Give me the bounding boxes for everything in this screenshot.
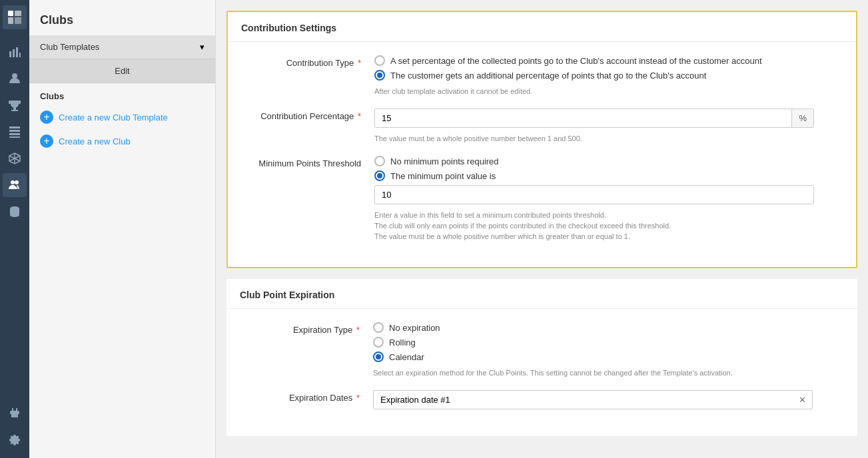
svg-point-22: [15, 180, 19, 184]
edit-button[interactable]: Edit: [29, 59, 215, 83]
expiration-dates-controls: ×: [373, 390, 844, 409]
radio-btn-no-expiration: [373, 322, 384, 333]
radio-percentage-club[interactable]: A set percentage of the collected points…: [374, 55, 843, 66]
club-point-expiration-card: Club Point Expiration Expiration Type * …: [226, 279, 857, 436]
minimum-points-row: Minimum Points Threshold No minimum poin…: [241, 156, 843, 240]
svg-rect-10: [11, 110, 18, 111]
minimum-hint-3: The value must be a whole positive numbe…: [374, 232, 843, 240]
nav-icons: [3, 40, 27, 401]
radio-btn-rolling: [373, 337, 384, 347]
app-logo[interactable]: [3, 5, 27, 29]
contribution-percentage-input[interactable]: [375, 109, 791, 127]
svg-rect-15: [9, 133, 20, 135]
create-template-label: Create a new Club Template: [59, 113, 168, 122]
radio-btn-additional-percentage: [374, 70, 385, 81]
percentage-suffix: %: [791, 109, 813, 127]
contribution-type-row: Contribution Type * A set percentage of …: [241, 55, 843, 95]
trophy-icon[interactable]: [3, 93, 27, 117]
expiration-type-hint: Select an expiration method for the Club…: [373, 369, 844, 377]
expiration-dates-label: Expiration Dates *: [240, 390, 360, 403]
svg-rect-0: [8, 11, 13, 16]
minimum-points-input[interactable]: [374, 185, 814, 204]
expiration-title: Club Point Expiration: [226, 279, 857, 309]
contribution-settings-card: Contribution Settings Contribution Type …: [226, 11, 857, 268]
radio-rolling[interactable]: Rolling: [373, 337, 844, 347]
svg-point-8: [12, 73, 17, 79]
contribution-percentage-input-wrapper: %: [374, 109, 814, 128]
contribution-type-hint: After club template activation it cannot…: [374, 87, 843, 95]
club-templates-section: Club Templates ▾ Edit: [29, 35, 215, 83]
radio-minimum-value[interactable]: The minimum point value is: [374, 170, 843, 181]
network-icon[interactable]: [3, 146, 27, 170]
sidebar: Clubs Club Templates ▾ Edit Clubs + Crea…: [29, 0, 216, 458]
svg-rect-1: [15, 11, 21, 16]
icon-bar-bottom: [3, 401, 27, 458]
settings-icon[interactable]: [3, 427, 27, 451]
icon-bar: [0, 0, 29, 458]
create-club-button[interactable]: + Create a new Club: [29, 129, 215, 153]
clubs-label: Clubs: [29, 83, 215, 105]
radio-btn-minimum-value: [374, 170, 385, 181]
svg-rect-13: [9, 126, 20, 128]
contribution-settings-title: Contribution Settings: [228, 12, 856, 42]
group-icon[interactable]: [3, 173, 27, 197]
add-club-icon: +: [40, 134, 53, 148]
radio-no-minimum[interactable]: No minimum points required: [374, 156, 843, 166]
expiration-date-input[interactable]: [374, 391, 793, 409]
svg-rect-5: [13, 49, 15, 57]
minimum-hint-1: Enter a value in this field to set a min…: [374, 211, 843, 219]
create-club-template-button[interactable]: + Create a new Club Template: [29, 105, 215, 129]
radio-btn-no-minimum: [374, 156, 385, 166]
svg-rect-16: [9, 136, 20, 138]
contribution-percentage-row: Contribution Percentage * % The value mu…: [241, 109, 843, 142]
clear-expiration-button[interactable]: ×: [793, 391, 812, 409]
svg-rect-3: [15, 17, 21, 24]
chart-icon[interactable]: [3, 40, 27, 64]
minimum-points-hints: Enter a value in this field to set a min…: [374, 208, 843, 240]
expiration-date-input-wrapper: ×: [373, 390, 813, 409]
svg-rect-12: [19, 101, 21, 104]
main-content: Contribution Settings Contribution Type …: [216, 0, 868, 458]
club-templates-dropdown[interactable]: Club Templates ▾: [29, 35, 215, 59]
expiration-body: Expiration Type * No expiration Rolling …: [226, 309, 857, 436]
contribution-percentage-label: Contribution Percentage *: [241, 109, 361, 121]
clubs-section: Clubs + Create a new Club Template + Cre…: [29, 83, 215, 153]
add-template-icon: +: [40, 111, 53, 124]
minimum-hint-2: The club will only earn points if the po…: [374, 222, 843, 230]
contribution-settings-body: Contribution Type * A set percentage of …: [228, 42, 856, 267]
expiration-type-row: Expiration Type * No expiration Rolling …: [240, 322, 844, 377]
svg-rect-11: [9, 101, 11, 104]
plugin-icon[interactable]: [3, 401, 27, 425]
svg-rect-2: [8, 17, 13, 24]
radio-calendar[interactable]: Calendar: [373, 351, 844, 362]
svg-point-21: [11, 180, 15, 184]
contribution-type-controls: A set percentage of the collected points…: [374, 55, 843, 95]
contribution-percentage-hint: The value must be a whole positive numbe…: [374, 134, 843, 142]
radio-btn-calendar: [373, 351, 384, 362]
contribution-percentage-controls: % The value must be a whole positive num…: [374, 109, 843, 142]
sidebar-header: Clubs: [29, 0, 215, 35]
expiration-type-label: Expiration Type *: [240, 322, 360, 335]
minimum-points-controls: No minimum points required The minimum p…: [374, 156, 843, 240]
contribution-type-label: Contribution Type *: [241, 55, 361, 68]
expiration-type-controls: No expiration Rolling Calendar Select an…: [373, 322, 844, 377]
svg-rect-9: [13, 108, 16, 110]
minimum-points-label: Minimum Points Threshold: [241, 156, 361, 168]
svg-rect-7: [19, 53, 21, 57]
table-icon[interactable]: [3, 120, 27, 144]
radio-no-expiration[interactable]: No expiration: [373, 322, 844, 333]
chevron-down-icon: ▾: [200, 42, 205, 52]
person-icon[interactable]: [3, 67, 27, 91]
svg-rect-4: [9, 51, 11, 57]
expiration-dates-row: Expiration Dates * ×: [240, 390, 844, 409]
create-club-label: Create a new Club: [59, 136, 131, 146]
database-icon[interactable]: [3, 200, 27, 224]
radio-btn-percentage-club: [374, 55, 385, 66]
radio-additional-percentage[interactable]: The customer gets an additional percenta…: [374, 70, 843, 81]
svg-rect-14: [9, 130, 20, 132]
svg-rect-6: [16, 47, 18, 57]
club-templates-label: Club Templates: [40, 42, 99, 52]
